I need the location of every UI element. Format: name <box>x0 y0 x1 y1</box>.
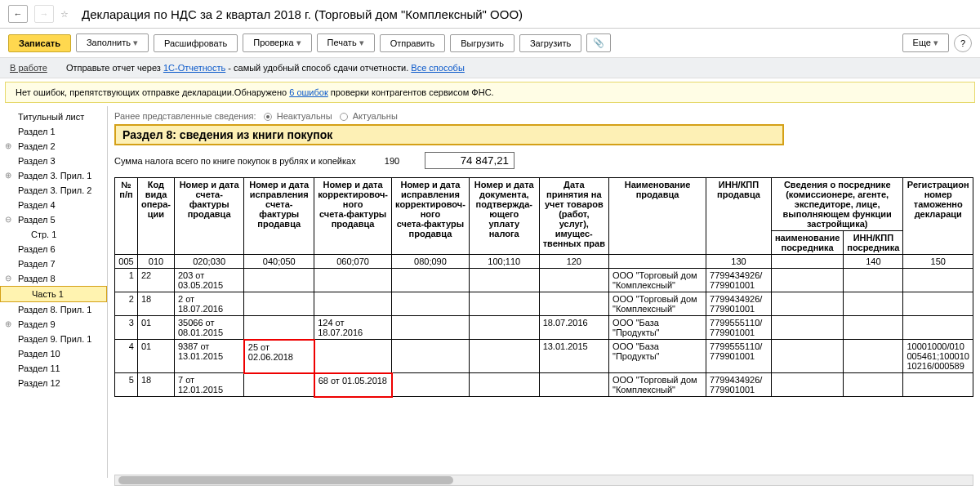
radio-relevant[interactable] <box>340 113 348 121</box>
radio-irrelevant-label: Неактуальны <box>277 111 332 121</box>
table-row[interactable]: 122203 от 03.05.2015ООО "Торговый дом "К… <box>115 269 973 292</box>
sidebar-item[interactable]: Раздел 8 <box>0 271 107 286</box>
fill-button[interactable]: Заполнить <box>76 33 149 52</box>
section-title: Раздел 8: сведения из книги покупок <box>114 124 784 145</box>
check-button[interactable]: Проверка <box>243 33 311 52</box>
scrollbar-thumb[interactable] <box>118 476 453 478</box>
horizontal-scrollbar[interactable] <box>114 475 973 478</box>
sidebar-item[interactable]: Часть 1 <box>0 286 107 302</box>
main-area: Титульный листРаздел 1Раздел 2Раздел 3Ра… <box>0 106 980 478</box>
sum-row: Сумма налога всего по книге покупок в ру… <box>114 152 973 169</box>
sidebar-item[interactable]: Стр. 1 <box>0 227 107 242</box>
previous-info: Ранее представленные сведения: Неактуаль… <box>114 109 973 124</box>
send-button[interactable]: Отправить <box>380 34 446 52</box>
nav-forward-button: → <box>34 5 54 23</box>
help-button[interactable]: ? <box>954 34 972 52</box>
sidebar-item[interactable]: Раздел 3. Прил. 2 <box>0 183 107 198</box>
sidebar-item[interactable]: Раздел 11 <box>0 361 107 376</box>
sidebar-item[interactable]: Раздел 6 <box>0 242 107 256</box>
table-row[interactable]: 2182 от 18.07.2016ООО "Торговый дом "Ком… <box>115 292 973 316</box>
download-button[interactable]: Загрузить <box>519 34 581 52</box>
titlebar: ← → ☆ Декларация по НДС за 2 квартал 201… <box>0 0 980 29</box>
star-icon: ☆ <box>60 9 69 20</box>
data-table: №п/пКодвидаопера-цииНомер и датасчета-фа… <box>114 177 973 398</box>
sidebar-item[interactable]: Титульный лист <box>0 109 107 124</box>
all-methods-link[interactable]: Все способы <box>411 63 465 73</box>
sum-label: Сумма налога всего по книге покупок в ру… <box>114 156 359 166</box>
info-after: - самый удобный способ сдачи отчетности. <box>228 63 411 73</box>
in-work-label: В работе <box>10 63 47 73</box>
window-title: Декларация по НДС за 2 квартал 2018 г. (… <box>82 7 972 21</box>
info-bar: В работе Отправьте отчет через 1С-Отчетн… <box>0 57 980 78</box>
sidebar-item[interactable]: Раздел 9 <box>0 317 107 332</box>
content-area: Ранее представленные сведения: Неактуаль… <box>108 106 980 478</box>
paperclip-icon: 📎 <box>593 38 604 47</box>
warn-prefix: Нет ошибок, препятствующих отправке декл… <box>16 87 289 97</box>
toolbar: Записать Заполнить Расшифровать Проверка… <box>0 29 980 57</box>
sidebar-item[interactable]: Раздел 3. Прил. 1 <box>0 168 107 183</box>
write-button[interactable]: Записать <box>8 34 71 52</box>
errors-link[interactable]: 6 ошибок <box>289 87 328 97</box>
sidebar-item[interactable]: Раздел 4 <box>0 198 107 212</box>
info-text: Отправьте отчет через <box>66 63 163 73</box>
table-row[interactable]: 30135066 от08.01.2015124 от 18.07.201618… <box>115 316 973 340</box>
sidebar-item[interactable]: Раздел 10 <box>0 346 107 361</box>
sidebar-item[interactable]: Раздел 9. Прил. 1 <box>0 332 107 346</box>
sidebar-item[interactable]: Раздел 2 <box>0 139 107 154</box>
print-button[interactable]: Печать <box>317 33 375 52</box>
attach-button[interactable]: 📎 <box>586 33 611 52</box>
sidebar-item[interactable]: Раздел 5 <box>0 212 107 227</box>
table-row[interactable]: 4019387 от13.01.201525 от 02.06.201813.0… <box>115 340 973 373</box>
sidebar: Титульный листРаздел 1Раздел 2Раздел 3Ра… <box>0 106 108 478</box>
radio-relevant-label: Актуальны <box>353 111 398 121</box>
sidebar-item[interactable]: Раздел 7 <box>0 256 107 271</box>
more-button[interactable]: Еще <box>902 33 949 52</box>
warn-suffix: проверки контрагентов сервисом ФНС. <box>331 87 494 97</box>
prev-info-label: Ранее представленные сведения: <box>114 111 256 121</box>
sum-code: 190 <box>368 156 416 166</box>
reporting-link[interactable]: 1С-Отчетность <box>163 63 225 73</box>
warning-bar: Нет ошибок, препятствующих отправке декл… <box>5 82 975 103</box>
sidebar-item[interactable]: Раздел 3 <box>0 154 107 168</box>
sidebar-item[interactable]: Раздел 8. Прил. 1 <box>0 302 107 317</box>
nav-back-button[interactable]: ← <box>8 5 28 23</box>
sum-input[interactable] <box>425 152 514 169</box>
upload-button[interactable]: Выгрузить <box>450 34 514 52</box>
radio-irrelevant[interactable] <box>264 113 272 121</box>
sidebar-item[interactable]: Раздел 12 <box>0 376 107 390</box>
decrypt-button[interactable]: Расшифровать <box>154 34 238 52</box>
table-row[interactable]: 5187 от 12.01.201568 от 01.05.2018ООО "Т… <box>115 373 973 397</box>
sidebar-item[interactable]: Раздел 1 <box>0 124 107 139</box>
